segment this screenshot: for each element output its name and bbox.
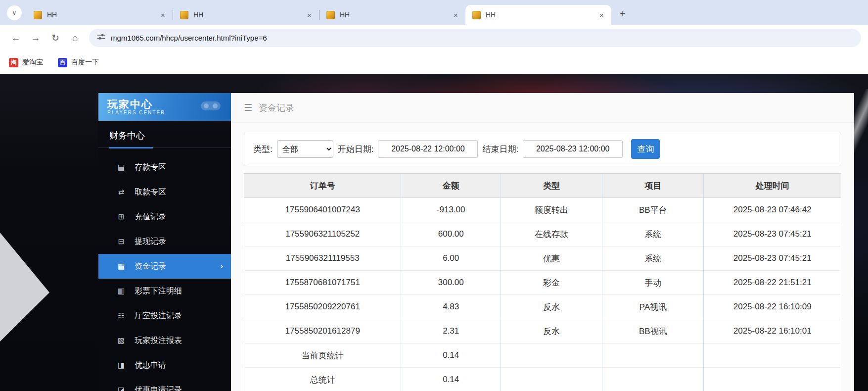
home-icon[interactable]: ⌂ [66, 29, 84, 47]
tab-title: HH [47, 11, 153, 19]
bookmark-baidu[interactable]: 百 百度一下 [58, 58, 99, 67]
cell-type: 反水 [501, 319, 602, 343]
menu-toggle-icon[interactable]: ☰ [244, 102, 252, 113]
cell-time: 2025-08-23 07:46:42 [704, 198, 841, 222]
column-header-amount: 金额 [401, 174, 501, 198]
type-label: 类型: [253, 144, 273, 155]
cell-type: 优惠 [501, 246, 602, 271]
cell-type: 反水 [501, 295, 602, 319]
column-header-type: 类型 [501, 174, 602, 198]
browser-tab[interactable]: HH × [173, 5, 319, 25]
sidebar-menu: ▤ 存款专区 ⇄ 取款专区 ⊞ 充值记录 ⊟ 提现记录 ▦ 资金记录 [98, 148, 231, 391]
tab-title: HH [193, 11, 300, 19]
tab-close-icon[interactable]: × [305, 10, 314, 20]
table-summary-row-total: 总统计 0.14 [244, 368, 841, 391]
tab-search-button[interactable]: ∨ [7, 5, 22, 20]
column-header-order-no: 订单号 [244, 174, 401, 198]
report-icon: ▧ [116, 336, 126, 345]
sidebar-item-label: 玩家投注报表 [135, 336, 182, 346]
sidebar-item-withdrawal-records[interactable]: ⊟ 提现记录 [98, 229, 231, 254]
reload-icon[interactable]: ↻ [46, 29, 64, 47]
cell-project: BB视讯 [602, 319, 704, 343]
browser-tab-active[interactable]: HH × [465, 5, 611, 25]
sidebar-item-deposit-zone[interactable]: ▤ 存款专区 [98, 155, 231, 180]
table-row: 1755850209220761 4.83 反水 PA视讯 2025-08-22… [244, 295, 841, 319]
bookmark-label: 百度一下 [71, 58, 99, 67]
cell-summary-label: 总统计 [244, 368, 401, 391]
cell-project: 手动 [602, 271, 704, 295]
promo-icon: ◨ [116, 361, 126, 370]
sidebar-item-hall-bet-records[interactable]: ☷ 厅室投注记录 [98, 303, 231, 328]
cell-empty [501, 368, 602, 391]
page-title: 资金记录 [259, 102, 294, 114]
end-date-label: 结束日期: [482, 144, 518, 155]
page-background: 玩家中心 PLAYERS CENTER 财务中心 ▤ [0, 74, 868, 391]
cell-empty [704, 343, 841, 368]
start-date-input[interactable] [378, 140, 478, 158]
end-date-input[interactable] [523, 140, 623, 158]
cell-project: 系统 [602, 222, 704, 246]
bookmark-taobao[interactable]: 淘 爱淘宝 [9, 58, 43, 67]
site-favicon-icon [34, 11, 42, 19]
tab-close-icon[interactable]: × [451, 10, 460, 20]
sidebar-item-promo-apply[interactable]: ◨ 优惠申请 [98, 353, 231, 378]
cell-summary-label: 当前页统计 [244, 343, 401, 368]
cell-amount: 600.00 [401, 222, 501, 246]
browser-tab[interactable]: HH × [27, 5, 173, 25]
sidebar-item-fund-records[interactable]: ▦ 资金记录 › [98, 254, 231, 279]
forward-icon[interactable]: → [27, 29, 45, 47]
url-bar[interactable]: mgm1065.com/hhcp/usercenter.html?iniType… [89, 29, 861, 47]
cell-amount: 6.00 [401, 246, 501, 271]
bookmarks-bar: 淘 爱淘宝 百 百度一下 [0, 51, 868, 74]
site-favicon-icon [180, 11, 188, 19]
cell-order-no: 1755870681071751 [244, 271, 401, 295]
finance-center-heading: 财务中心 [98, 121, 231, 148]
filter-bar: 类型: 全部 开始日期: 结束日期: 查询 [244, 132, 841, 166]
fund-records-table-wrapper: 订单号 金额 类型 项目 处理时间 1755906401007243 -913.… [244, 173, 841, 391]
sidebar-item-label: 存款专区 [135, 162, 166, 173]
cell-empty [704, 368, 841, 391]
table-row: 1755906321105252 600.00 在线存款 系统 2025-08-… [244, 222, 841, 246]
chevron-down-icon: ∨ [12, 9, 17, 16]
gamepad-icon [199, 98, 222, 115]
taobao-icon: 淘 [9, 58, 18, 67]
sidebar-item-lottery-bet-details[interactable]: ▥ 彩票下注明细 [98, 279, 231, 303]
sidebar-item-recharge-records[interactable]: ⊞ 充值记录 [98, 204, 231, 229]
tab-close-icon[interactable]: × [158, 10, 168, 20]
promo-record-icon: ◪ [116, 386, 126, 391]
sidebar-item-label: 彩票下注明细 [135, 286, 182, 296]
site-settings-icon[interactable] [97, 33, 105, 43]
back-icon[interactable]: ← [7, 29, 25, 47]
tab-title: HH [486, 11, 592, 19]
type-select[interactable]: 全部 [277, 140, 333, 158]
tab-close-icon[interactable]: × [597, 10, 606, 20]
sidebar-item-label: 提现记录 [135, 237, 166, 247]
cell-type: 在线存款 [501, 222, 602, 246]
cell-amount: 0.14 [401, 368, 501, 391]
search-button[interactable]: 查询 [631, 139, 660, 159]
main-panel: ☰ 资金记录 类型: 全部 开始日期: 结束日期: 查询 [231, 93, 854, 391]
cell-order-no: 1755906321119553 [244, 246, 401, 271]
hall-bet-icon: ☷ [116, 311, 126, 320]
sidebar-item-label: 充值记录 [135, 212, 166, 222]
sidebar-item-promo-apply-records[interactable]: ◪ 优惠申请记录 [98, 378, 231, 391]
background-triangle-decoration [0, 233, 49, 342]
column-header-project: 项目 [602, 174, 704, 198]
site-favicon-icon [472, 11, 481, 19]
site-favicon-icon [326, 11, 335, 19]
cell-type: 额度转出 [501, 198, 602, 222]
browser-tab[interactable]: HH × [320, 5, 465, 25]
cell-time: 2025-08-22 21:51:21 [704, 271, 841, 295]
sidebar-item-label: 取款专区 [135, 187, 166, 197]
page-header: ☰ 资金记录 [231, 93, 854, 123]
lottery-detail-icon: ▥ [116, 287, 126, 295]
cell-project: PA视讯 [602, 295, 704, 319]
cell-time: 2025-08-23 07:45:21 [704, 222, 841, 246]
sidebar-item-player-bet-report[interactable]: ▧ 玩家投注报表 [98, 328, 231, 353]
new-tab-button[interactable]: + [615, 6, 630, 21]
cell-amount: 0.14 [401, 343, 501, 368]
bookmark-label: 爱淘宝 [22, 58, 43, 67]
cell-amount: 300.00 [401, 271, 501, 295]
cell-time: 2025-08-22 16:10:09 [704, 295, 841, 319]
sidebar-item-withdraw-zone[interactable]: ⇄ 取款专区 [98, 180, 231, 204]
